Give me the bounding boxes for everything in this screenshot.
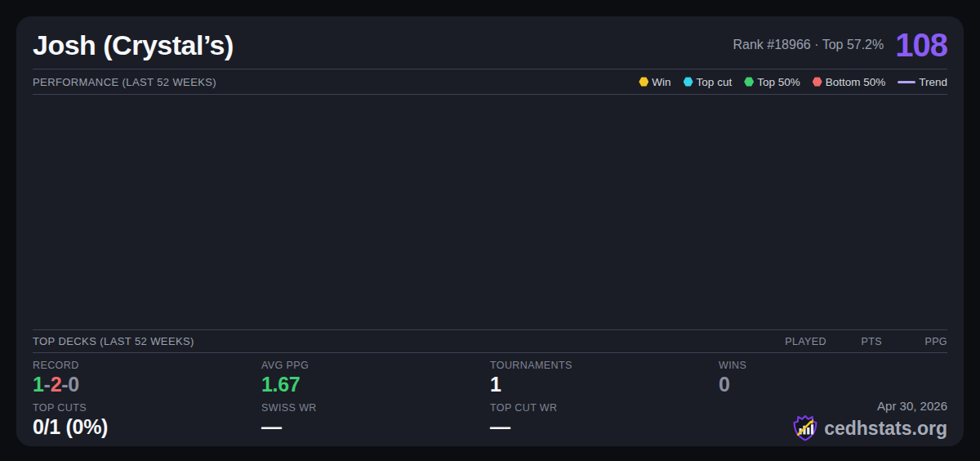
tournaments-value: 1 [490,373,719,396]
legend-item-trend[interactable]: Trend [898,76,947,88]
record-value: 1-2-0 [33,373,261,396]
brand-text: cedhstats.org [824,418,947,440]
stat-record: RECORD 1-2-0 [33,360,261,402]
top-cut-dot-icon [684,77,693,87]
column-header-ppg: PPG [882,336,947,347]
stat-wins: WINS 0 [719,360,947,402]
stat-top-cut-wr: TOP CUT WR — [490,402,719,445]
record-label: RECORD [33,360,261,371]
stats-section: RECORD 1-2-0 AVG PPG 1.67 TOURNAMENTS 1 … [33,353,947,446]
record-sep1: - [44,373,51,396]
chart-legend: Win Top cut Top 50% Bottom 50% Trend [639,76,947,88]
record-wins: 1 [33,373,44,396]
record-losses: 2 [51,373,62,396]
swiss-wr-label: SWISS WR [261,402,490,414]
legend-item-top-50[interactable]: Top 50% [744,76,800,88]
tournaments-label: TOURNAMENTS [490,360,719,371]
stat-tournaments: TOURNAMENTS 1 [490,360,719,402]
stat-top-cuts: TOP CUTS 0/1 (0%) [33,402,261,445]
rating-value: 108 [895,27,947,64]
top-50-dot-icon [744,77,754,87]
top-cuts-label: TOP CUTS [33,402,261,414]
top-cuts-value: 0/1 (0%) [33,415,261,439]
swiss-wr-value: — [261,415,490,439]
legend-label-bottom-50: Bottom 50% [826,76,886,88]
legend-item-top-cut[interactable]: Top cut [684,76,733,88]
performance-header-row: PERFORMANCE (LAST 52 WEEKS) Win Top cut … [33,69,947,94]
card-header: Josh (Crystal’s) Rank #18966 · Top 57.2%… [33,16,947,69]
player-stats-card: Josh (Crystal’s) Rank #18966 · Top 57.2%… [16,16,964,446]
legend-label-trend: Trend [919,76,947,88]
win-dot-icon [639,77,648,87]
wins-label: WINS [719,360,947,371]
wins-value: 0 [719,373,947,396]
footer-block: Apr 30, 2026 cedhstats.org [793,399,947,441]
column-header-pts: PTS [826,336,882,347]
top-decks-section-label: TOP DECKS (LAST 52 WEEKS) [33,335,194,347]
legend-item-bottom-50[interactable]: Bottom 50% [813,76,886,88]
bottom-50-dot-icon [813,77,822,87]
trend-line-icon [898,81,915,83]
stat-swiss-wr: SWISS WR — [261,402,490,445]
brand[interactable]: cedhstats.org [793,415,947,441]
rank-summary: Rank #18966 · Top 57.2% 108 [733,27,947,64]
top-decks-header-row: TOP DECKS (LAST 52 WEEKS) PLAYED PTS PPG [33,330,947,352]
performance-section-label: PERFORMANCE (LAST 52 WEEKS) [33,76,216,88]
legend-label-top-cut: Top cut [697,76,733,88]
snapshot-date: Apr 30, 2026 [793,399,947,413]
legend-label-win: Win [652,76,670,88]
top-cut-wr-value: — [490,415,719,439]
column-header-played: PLAYED [745,336,826,347]
cedhstats-logo-icon [793,415,817,441]
player-name: Josh (Crystal’s) [33,29,234,61]
rank-text: Rank #18966 · Top 57.2% [733,38,884,52]
performance-chart [33,95,947,329]
legend-label-top-50: Top 50% [757,76,800,88]
top-cut-wr-label: TOP CUT WR [490,402,719,414]
avg-ppg-value: 1.67 [261,373,490,396]
top-decks-column-headers: PLAYED PTS PPG [745,336,947,347]
stat-avg-ppg: AVG PPG 1.67 [261,360,490,402]
avg-ppg-label: AVG PPG [261,360,490,371]
record-draws: 0 [68,373,79,396]
legend-item-win[interactable]: Win [639,76,670,88]
